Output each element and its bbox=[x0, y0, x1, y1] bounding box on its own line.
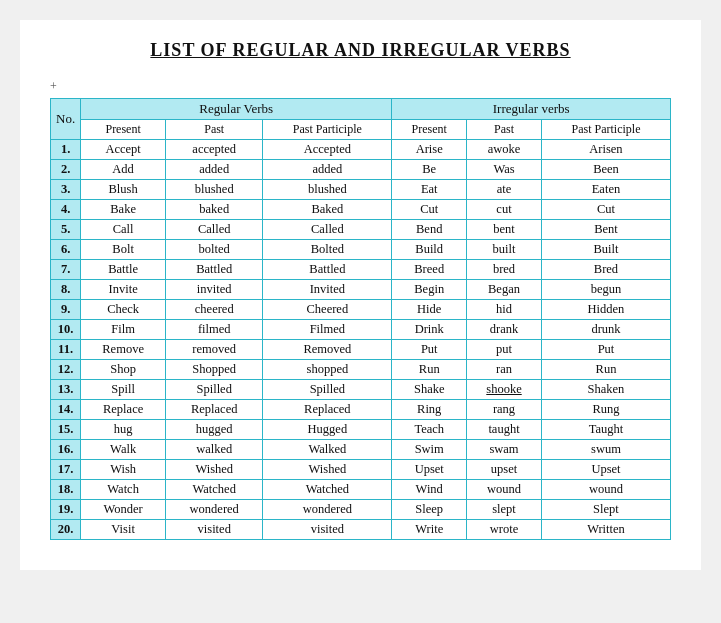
table-row: 14.ReplaceReplacedReplacedRingrangRung bbox=[51, 400, 671, 420]
page-title: LIST OF REGULAR AND IRREGULAR VERBS bbox=[50, 40, 671, 61]
table-row: 20.VisitvisitedvisitedWritewroteWritten bbox=[51, 520, 671, 540]
table-row: 13.SpillSpilledSpilledShakeshookeShaken bbox=[51, 380, 671, 400]
table-row: 11.RemoveremovedRemovedPutputPut bbox=[51, 340, 671, 360]
table-row: 15.hughuggedHuggedTeachtaughtTaught bbox=[51, 420, 671, 440]
plus-icon: + bbox=[50, 79, 671, 94]
table-row: 16.WalkwalkedWalkedSwimswamswum bbox=[51, 440, 671, 460]
table-row: 5.CallCalledCalledBendbentBent bbox=[51, 220, 671, 240]
table-row: 1.AcceptacceptedAcceptedAriseawokeArisen bbox=[51, 140, 671, 160]
verbs-table: No. Regular Verbs Irregular verbs Presen… bbox=[50, 98, 671, 540]
col-subheader-reg-pastp: Past Participle bbox=[263, 120, 392, 140]
col-header-regular: Regular Verbs bbox=[81, 99, 392, 120]
page: LIST OF REGULAR AND IRREGULAR VERBS + No… bbox=[20, 20, 701, 570]
table-row: 6.BoltboltedBoltedBuildbuiltBuilt bbox=[51, 240, 671, 260]
table-row: 18.WatchWatchedWatchedWindwoundwound bbox=[51, 480, 671, 500]
table-row: 2.AddaddedaddedBeWasBeen bbox=[51, 160, 671, 180]
col-subheader-irr-past: Past bbox=[467, 120, 542, 140]
col-subheader-irr-pastp: Past Participle bbox=[541, 120, 670, 140]
table-row: 3.BlushblushedblushedEatateEaten bbox=[51, 180, 671, 200]
col-subheader-reg-present: Present bbox=[81, 120, 166, 140]
table-row: 7.BattleBattledBattledBreedbredBred bbox=[51, 260, 671, 280]
col-header-no: No. bbox=[51, 99, 81, 140]
table-row: 8.InviteinvitedInvitedBeginBeganbegun bbox=[51, 280, 671, 300]
table-row: 12.ShopShoppedshoppedRunranRun bbox=[51, 360, 671, 380]
table-row: 4.BakebakedBakedCutcutCut bbox=[51, 200, 671, 220]
col-subheader-irr-present: Present bbox=[392, 120, 467, 140]
table-row: 9.CheckcheeredCheeredHidehidHidden bbox=[51, 300, 671, 320]
col-subheader-reg-past: Past bbox=[166, 120, 263, 140]
table-row: 19.WonderwonderedwonderedSleepsleptSlept bbox=[51, 500, 671, 520]
col-header-irregular: Irregular verbs bbox=[392, 99, 671, 120]
table-row: 17.WishWishedWishedUpsetupsetUpset bbox=[51, 460, 671, 480]
table-row: 10.FilmfilmedFilmedDrinkdrankdrunk bbox=[51, 320, 671, 340]
